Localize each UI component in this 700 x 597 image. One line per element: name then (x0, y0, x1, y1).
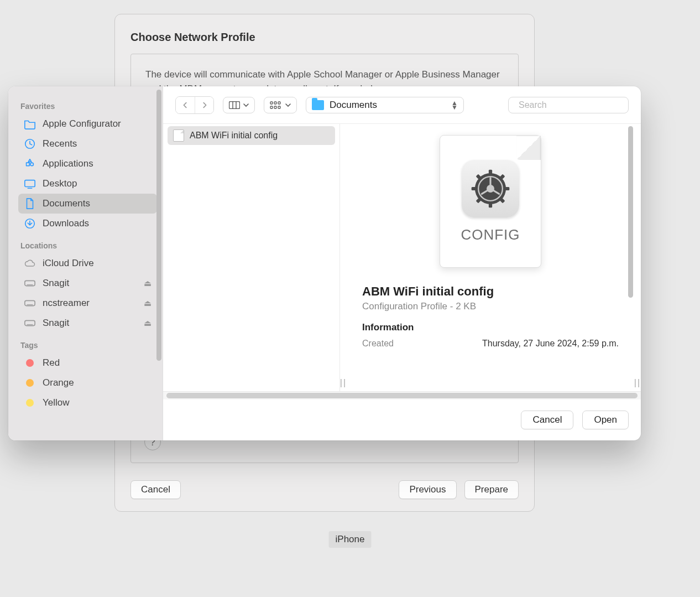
sidebar-heading: Favorites (18, 94, 157, 114)
sidebar-item-label: Snagit (43, 278, 69, 289)
preview-info-heading: Information (362, 322, 619, 333)
svg-rect-23 (489, 201, 492, 207)
sidebar-item-ncstreamer[interactable]: ncstreamer⏏ (18, 293, 157, 313)
desktop-icon (24, 178, 36, 190)
svg-rect-22 (489, 169, 492, 175)
file-name: ABM WiFi initial config (190, 131, 278, 141)
eject-icon[interactable]: ⏏ (144, 298, 152, 308)
sidebar-scrollbar[interactable] (156, 90, 161, 361)
bg-previous-button[interactable]: Previous (399, 480, 456, 499)
sidebar-item-label: iCloud Drive (43, 258, 94, 269)
open-button[interactable]: Open (582, 411, 629, 429)
chevron-down-icon (243, 103, 249, 107)
location-picker[interactable]: Documents ▲▼ (306, 97, 464, 113)
sidebar-item-label: Apple Configurator (43, 118, 121, 129)
sidebar-item-red[interactable]: Red (18, 353, 157, 373)
device-label: iPhone (329, 531, 372, 548)
sidebar-item-applications[interactable]: Applications (18, 154, 157, 174)
file-column: ABM WiFi initial config (163, 124, 340, 391)
search-field-wrap (508, 97, 629, 113)
sidebar-item-label: Documents (43, 198, 90, 209)
group-by-button[interactable] (264, 97, 297, 113)
folder-icon (24, 118, 36, 130)
cloud-icon (24, 257, 36, 269)
clock-icon (24, 138, 36, 150)
footer: Cancel Open (163, 399, 641, 440)
svg-rect-25 (503, 186, 509, 190)
sidebar-item-label: Snagit (43, 318, 69, 329)
page-fold-icon (516, 136, 541, 160)
folder-icon (312, 100, 324, 110)
sidebar-item-yellow[interactable]: Yellow (18, 393, 157, 413)
sidebar-item-icloud-drive[interactable]: iCloud Drive (18, 253, 157, 273)
toolbar: Documents ▲▼ (163, 86, 641, 124)
disk-icon (24, 277, 36, 289)
preview-icon-label: CONFIG (461, 226, 520, 243)
chevron-down-icon (285, 103, 291, 107)
updown-icon: ▲▼ (451, 101, 458, 110)
sidebar-item-label: Applications (43, 158, 93, 169)
tag-icon (24, 377, 36, 389)
cancel-button[interactable]: Cancel (521, 411, 573, 429)
preview-subtitle: Configuration Profile - 2 KB (362, 301, 619, 312)
sidebar-item-orange[interactable]: Orange (18, 373, 157, 393)
back-button[interactable] (176, 97, 195, 113)
sidebar-item-snagit[interactable]: Snagit⏏ (18, 313, 157, 333)
preview-title: ABM WiFi initial config (362, 284, 619, 299)
nav-group (175, 96, 214, 114)
document-icon (24, 198, 36, 210)
preview-scrollbar[interactable] (628, 126, 633, 298)
svg-rect-14 (274, 102, 276, 104)
svg-rect-24 (472, 186, 478, 190)
horizontal-scrollbar-thumb[interactable] (166, 393, 638, 398)
sidebar-heading: Tags (18, 333, 157, 353)
preview-file-icon: CONFIG (440, 135, 541, 268)
sidebar-item-downloads[interactable]: Downloads (18, 214, 157, 233)
preview-pane: CONFIG ABM WiFi initial config Configura… (347, 124, 634, 391)
eject-icon[interactable]: ⏏ (144, 318, 152, 328)
svg-rect-16 (270, 106, 273, 108)
sidebar-item-label: Yellow (43, 397, 70, 408)
file-row[interactable]: ABM WiFi initial config (168, 126, 335, 145)
column-resize-handle[interactable]: || (634, 124, 641, 391)
file-picker-sheet: FavoritesApple ConfiguratorRecentsApplic… (8, 86, 641, 440)
svg-rect-10 (229, 101, 240, 108)
sidebar-item-documents[interactable]: Documents (18, 194, 157, 214)
sidebar-item-label: Recents (43, 138, 77, 149)
sidebar-item-label: ncstreamer (43, 298, 90, 309)
tag-icon (24, 357, 36, 369)
download-icon (24, 217, 36, 230)
main-column: Documents ▲▼ ABM WiFi initial config || (163, 86, 641, 440)
search-input[interactable] (519, 100, 629, 110)
sidebar-item-snagit[interactable]: Snagit⏏ (18, 273, 157, 293)
horizontal-scrollbar-track[interactable] (163, 392, 641, 399)
svg-rect-1 (25, 180, 35, 187)
forward-button[interactable] (195, 97, 213, 113)
eject-icon[interactable]: ⏏ (144, 278, 152, 288)
sidebar-item-recents[interactable]: Recents (18, 134, 157, 154)
preview-info-row: CreatedThursday, 27 June 2024, 2:59 p.m. (362, 339, 619, 349)
file-browser: ABM WiFi initial config || (163, 124, 641, 392)
file-icon (173, 129, 184, 142)
svg-rect-18 (278, 106, 280, 108)
sidebar-item-label: Red (43, 357, 60, 368)
sidebar-item-apple-configurator[interactable]: Apple Configurator (18, 114, 157, 134)
disk-icon (24, 317, 36, 329)
sidebar-item-label: Desktop (43, 178, 77, 189)
app-icon (24, 158, 36, 170)
sidebar-item-label: Downloads (43, 218, 89, 229)
view-columns-button[interactable] (223, 97, 255, 113)
bg-title: Choose Network Profile (130, 31, 519, 44)
preview-info-value: Thursday, 27 June 2024, 2:59 p.m. (482, 339, 619, 349)
column-resize-handle[interactable]: || (340, 124, 347, 391)
gear-icon (462, 160, 519, 217)
bg-prepare-button[interactable]: Prepare (464, 480, 519, 499)
sidebar: FavoritesApple ConfiguratorRecentsApplic… (8, 86, 163, 440)
tag-icon (24, 397, 36, 409)
sidebar-item-label: Orange (43, 377, 74, 388)
svg-rect-15 (278, 102, 280, 104)
disk-icon (24, 297, 36, 309)
sidebar-item-desktop[interactable]: Desktop (18, 174, 157, 194)
location-label: Documents (330, 100, 446, 111)
bg-cancel-button[interactable]: Cancel (130, 480, 181, 499)
